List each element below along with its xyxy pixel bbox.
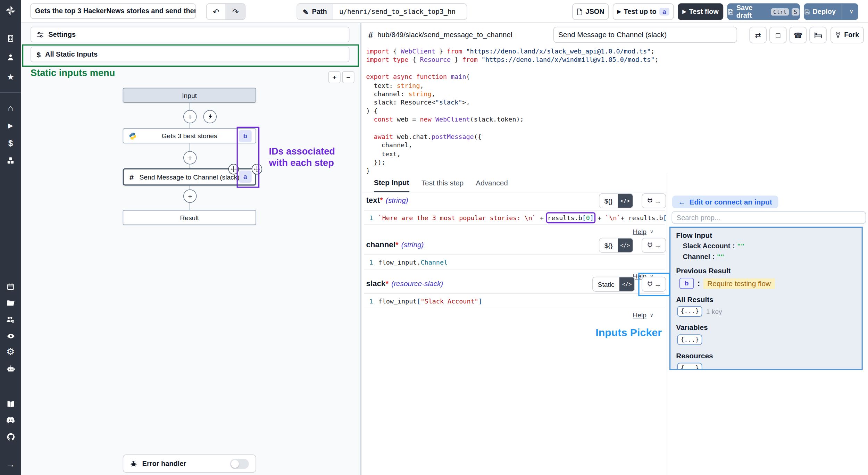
mode-code-label[interactable]: </> bbox=[618, 194, 633, 208]
tab-advanced[interactable]: Advanced bbox=[476, 179, 508, 192]
resources-cubes-icon[interactable] bbox=[0, 154, 21, 167]
picker-item-slack-account[interactable]: Slack Account:"" bbox=[683, 242, 856, 250]
variables-expand-badge[interactable]: {...} bbox=[677, 334, 702, 345]
mode-static-label[interactable]: Static bbox=[593, 277, 619, 291]
workspace-icon[interactable] bbox=[0, 32, 21, 45]
deploy-button[interactable]: Deploy ∨ bbox=[804, 3, 858, 20]
expand-editor-icon[interactable]: □ bbox=[769, 27, 787, 43]
code-editor[interactable]: import { WebClient } from "https://deno.… bbox=[362, 47, 868, 177]
move-handle-icon[interactable] bbox=[228, 164, 239, 174]
flow-title-input[interactable]: Gets the top 3 HackerNews stories and se… bbox=[30, 3, 196, 19]
resources-expand-badge[interactable]: {...} bbox=[677, 363, 702, 370]
path-label[interactable]: ✎ Path bbox=[297, 4, 333, 19]
flow-settings-button[interactable]: Settings bbox=[31, 27, 349, 42]
field-text-connect-button[interactable]: → bbox=[642, 193, 666, 208]
mode-code-label[interactable]: </> bbox=[618, 238, 633, 252]
schedules-calendar-icon[interactable] bbox=[0, 280, 21, 293]
step-summary-input[interactable]: Send Message to Channel (slack) bbox=[553, 27, 737, 43]
folders-icon[interactable] bbox=[0, 296, 21, 309]
field-slack-mode-toggle[interactable]: Static </> bbox=[592, 277, 635, 292]
graph-zoom-in-button[interactable]: + bbox=[328, 71, 341, 83]
search-prop-input[interactable] bbox=[671, 211, 866, 224]
hub-script-path[interactable]: hub/849/slack/send_message_to_channel bbox=[377, 31, 512, 39]
all-results-expand-badge[interactable]: {...} bbox=[677, 306, 702, 317]
picker-item-channel[interactable]: Channel:"" bbox=[683, 253, 856, 260]
flow-node-input[interactable]: Input bbox=[123, 88, 256, 103]
code-line[interactable]: import type { Resource } from "https://d… bbox=[362, 56, 868, 65]
field-channel-expression[interactable]: 1 flow_input.Channel bbox=[364, 255, 665, 269]
code-line[interactable]: const web = new WebClient(slack.token); bbox=[362, 116, 868, 124]
move-handle-icon-2[interactable] bbox=[252, 164, 262, 174]
docs-book-icon[interactable] bbox=[0, 397, 21, 410]
field-channel-connect-button[interactable]: → bbox=[642, 238, 666, 253]
trigger-bolt-button[interactable] bbox=[203, 110, 217, 123]
code-line[interactable]: }); bbox=[362, 158, 868, 167]
code-line[interactable]: export async function main( bbox=[362, 73, 868, 82]
field-slack-help[interactable]: Help∨ bbox=[633, 311, 653, 319]
fork-button[interactable]: Fork bbox=[831, 27, 864, 43]
sleep-bed-icon[interactable] bbox=[809, 27, 827, 43]
ai-robot-icon[interactable] bbox=[0, 362, 21, 375]
all-results-section-title[interactable]: All Results bbox=[676, 295, 856, 304]
tab-test-this-step[interactable]: Test this step bbox=[422, 179, 464, 192]
all-static-inputs-button[interactable]: $ All Static Inputs bbox=[31, 47, 349, 62]
code-line[interactable]: await web.chat.postMessage({ bbox=[362, 133, 868, 141]
code-line[interactable]: text: string, bbox=[362, 82, 868, 90]
field-text-help[interactable]: Help∨ bbox=[633, 228, 653, 235]
field-slack-connect-button[interactable]: → bbox=[642, 277, 666, 292]
mode-template-label[interactable]: ${} bbox=[599, 238, 617, 252]
flow-node-result[interactable]: Result bbox=[123, 210, 256, 225]
field-slack-expression[interactable]: 1 flow_input["Slack Account"] bbox=[364, 293, 665, 308]
settings-gear-icon[interactable]: ⚙ bbox=[0, 345, 21, 358]
tab-step-input[interactable]: Step Input bbox=[374, 178, 409, 192]
code-line[interactable]: import { WebClient } from "https://deno.… bbox=[362, 47, 868, 56]
add-step-button-3[interactable]: + bbox=[183, 190, 197, 203]
code-line[interactable]: text, bbox=[362, 150, 868, 159]
discord-icon[interactable] bbox=[0, 413, 21, 426]
github-icon[interactable] bbox=[0, 430, 21, 443]
undo-button[interactable]: ↶ bbox=[207, 4, 225, 19]
mode-template-label[interactable]: ${} bbox=[599, 194, 617, 208]
previous-result-step-badge[interactable]: b bbox=[679, 278, 694, 289]
deploy-chevron-down-icon[interactable]: ∨ bbox=[845, 9, 858, 15]
code-line[interactable]: slack: Resource<"slack">, bbox=[362, 99, 868, 107]
code-line[interactable] bbox=[362, 64, 868, 73]
groups-users-gear-icon[interactable] bbox=[0, 313, 21, 326]
test-up-to-label: Test up to bbox=[624, 8, 657, 15]
code-line[interactable]: channel, bbox=[362, 141, 868, 150]
previous-result-section-title[interactable]: Previous Result bbox=[676, 267, 856, 275]
flow-input-section-title[interactable]: Flow Input bbox=[676, 231, 856, 240]
add-step-button-2[interactable]: + bbox=[183, 151, 197, 164]
field-channel-mode-toggle[interactable]: ${} </> bbox=[599, 238, 633, 253]
add-step-button-1[interactable]: + bbox=[183, 110, 197, 123]
code-line[interactable] bbox=[362, 124, 868, 133]
test-flow-button[interactable]: ▶ Test flow bbox=[678, 3, 723, 20]
audit-eye-icon[interactable] bbox=[0, 330, 21, 343]
field-text-expression[interactable]: 1 `Here are the 3 most popular stories: … bbox=[364, 210, 665, 225]
phone-trigger-icon[interactable]: ☎ bbox=[790, 27, 807, 43]
home-icon[interactable]: ⌂ bbox=[0, 102, 21, 115]
json-button[interactable]: JSON bbox=[572, 3, 609, 20]
redo-button[interactable]: ↷ bbox=[226, 4, 245, 19]
field-text-mode-toggle[interactable]: ${} </> bbox=[599, 193, 633, 208]
flow-panel: Settings $ All Static Inputs + − Input +… bbox=[21, 22, 360, 475]
favorites-star-icon[interactable]: ★ bbox=[0, 70, 21, 84]
save-draft-button[interactable]: Save draft Ctrl S bbox=[727, 3, 800, 20]
code-line[interactable]: ) { bbox=[362, 107, 868, 116]
variables-section-title[interactable]: Variables bbox=[676, 323, 856, 332]
windmill-logo-icon[interactable] bbox=[0, 4, 21, 17]
error-handler-toggle[interactable] bbox=[230, 459, 249, 469]
variables-dollar-icon[interactable]: $ bbox=[0, 136, 21, 149]
mode-code-label[interactable]: </> bbox=[619, 277, 634, 291]
code-line[interactable]: channel: string, bbox=[362, 90, 868, 99]
reload-script-icon[interactable]: ⇄ bbox=[749, 27, 767, 43]
runs-play-icon[interactable]: ▶ bbox=[0, 119, 21, 132]
graph-zoom-out-button[interactable]: − bbox=[342, 71, 354, 83]
path-value[interactable]: u/henri/send_to_slack_top3_hn bbox=[333, 8, 466, 15]
resources-section-title[interactable]: Resources bbox=[676, 352, 856, 360]
collapse-arrow-icon[interactable]: → bbox=[0, 458, 21, 471]
user-icon[interactable] bbox=[0, 51, 21, 64]
flow-node-step-b[interactable]: Gets 3 best stories bbox=[123, 128, 256, 143]
test-up-to-button[interactable]: ▶ Test up to a bbox=[613, 3, 674, 20]
edit-or-connect-button[interactable]: ← Edit or connect an input bbox=[672, 195, 778, 208]
